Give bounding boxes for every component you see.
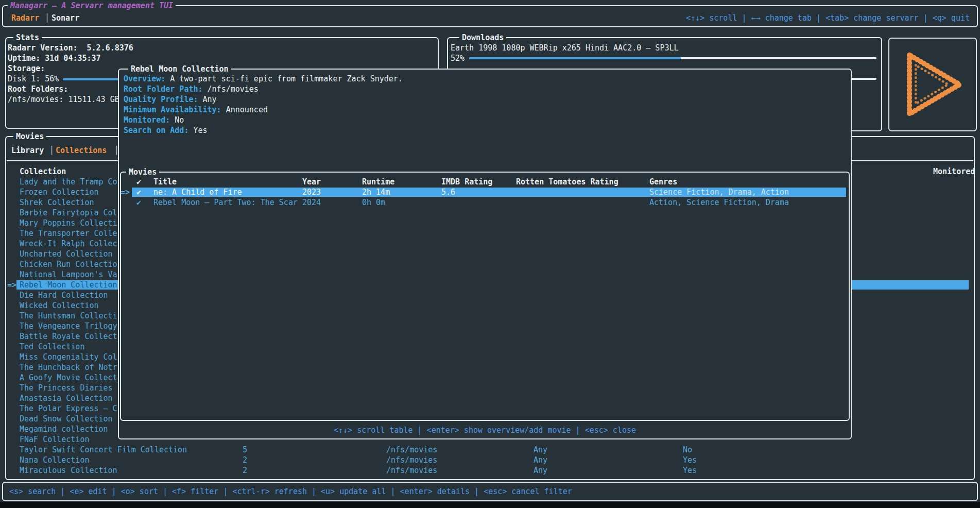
root-folders-label: Root Folders: (8, 84, 68, 94)
stats-panel-title: Stats (13, 32, 42, 43)
root-folder-value: /nfs/movies: 11511.43 GB (8, 95, 119, 104)
collection-name: The Hunchback of Notr (20, 362, 117, 372)
collection-name: Frozen Collection (20, 187, 99, 197)
detail-field: Monitored: No (124, 115, 848, 125)
detail-field: Minimum Availability: Announced (124, 105, 848, 115)
collection-monitored: Yes (683, 455, 697, 465)
movies-panel-title: Movies (13, 131, 46, 142)
collection-row[interactable]: Taylor Swift Concert Film Collection5/nf… (7, 445, 973, 455)
footer-keybind-bar: <s> search | <e> edit | <o> sort | <f> f… (2, 482, 978, 501)
column-header-runtime: Runtime (362, 177, 394, 187)
movie-monitored-check: ✔ (136, 197, 141, 208)
collection-name: Uncharted Collection (20, 249, 113, 259)
detail-field-value: Announced (221, 105, 268, 114)
movie-genres: Action, Science Fiction, Drama (649, 197, 789, 208)
column-header-genres: Genres (649, 177, 677, 187)
footer-keybind-hints: <s> search | <e> edit | <o> sort | <f> f… (3, 483, 977, 497)
detail-field: Root Folder Path: /nfs/movies (124, 84, 848, 94)
collection-monitored: No (683, 445, 692, 455)
detail-field-value: Yes (188, 126, 207, 135)
collection-name: The Vengeance Trilogy (20, 321, 117, 331)
detail-field: Search on Add: Yes (124, 125, 848, 136)
selection-arrow: => (121, 187, 130, 197)
tab-radarr[interactable]: Radarr (11, 13, 39, 23)
collection-name: Battle Royale Collect (20, 331, 117, 342)
tab-separator: │ (49, 145, 54, 156)
column-header-imdb-rating: IMDB Rating (441, 177, 492, 187)
selection-arrow: => (7, 280, 16, 290)
collection-quality-profile: Any (534, 465, 547, 476)
collection-name: A Goofy Movie Collect (20, 372, 117, 383)
detail-field-value: Any (198, 95, 217, 104)
collection-name: Die Hard Collection (20, 290, 108, 300)
collection-name: Shrek Collection (20, 197, 94, 208)
collection-name: Chicken Run Collectio (20, 259, 117, 269)
collection-name: Megamind collection (20, 424, 108, 434)
app-title: Managarr – A Servarr management TUI (8, 1, 176, 11)
collection-name: Lady and the Tramp Co (20, 177, 117, 187)
modal-movies-table-title: Movies (126, 167, 159, 177)
radarr-logo-icon (894, 43, 971, 126)
collection-monitored: Yes (683, 465, 697, 476)
collection-root-folder: /nfs/movies (386, 465, 437, 476)
modal-movies-table-box: Movies ✔ Title Year Runtime IMDB Rating … (120, 172, 850, 421)
collection-movie-count: 2 (243, 465, 247, 476)
download-percent-label: 52% (451, 53, 469, 63)
tab-sonarr[interactable]: Sonarr (51, 13, 79, 23)
collection-details-modal: Rebel Moon Collection Overview: A two-pa… (118, 69, 852, 439)
collection-root-folder: /nfs/movies (386, 445, 437, 455)
radarr-version-value: 5.2.6.8376 (87, 43, 133, 53)
collection-name: Wicked Collection (20, 300, 99, 311)
column-header-check: ✔ (136, 177, 141, 187)
detail-field-label: Minimum Availability: (124, 105, 221, 114)
header-keybind-hints: <↑↓> scroll | ←→ change tab | <tab> chan… (686, 13, 970, 23)
movie-row[interactable]: =>✔ne: A Child of Fire20232h 14m5.6Scien… (122, 187, 848, 197)
download-item-name: Earth 1998 1080p WEBRip x265 Hindi AAC2.… (448, 43, 881, 53)
download-progress-bar (469, 57, 876, 59)
detail-field-value: /nfs/movies (203, 84, 259, 94)
collection-row[interactable]: Miraculous Collection2/nfs/moviesAnyYes (7, 465, 973, 476)
logo-panel (888, 38, 977, 131)
detail-field-value: No (170, 115, 184, 125)
movie-row[interactable]: ✔Rebel Moon – Part Two: The Scar20240h 0… (122, 197, 848, 208)
detail-field-label: Quality Profile: (124, 95, 198, 104)
collection-root-folder: /nfs/movies (386, 455, 437, 465)
collection-name: FNaF Collection (20, 434, 89, 445)
collection-name: Nana Collection (20, 455, 89, 465)
detail-field-value: A two-part sci-fi epic from filmmaker Za… (165, 74, 403, 83)
collection-name: Miraculous Collection (20, 465, 117, 476)
movie-runtime: 0h 0m (362, 197, 385, 208)
movies-table-header: ✔ Title Year Runtime IMDB Rating Rotten … (122, 177, 848, 187)
detail-field-label: Root Folder Path: (124, 84, 203, 94)
column-header-collection: Collection (20, 166, 66, 177)
movie-title: ne: A Child of Fire (153, 187, 242, 197)
movie-year: 2024 (302, 197, 321, 208)
download-item-progress-row: 52% (448, 53, 881, 63)
detail-field-label: Overview: (124, 74, 165, 83)
movie-genres: Science Fiction, Drama, Action (649, 187, 789, 197)
column-header-year: Year (302, 177, 321, 187)
disk-usage-label: Disk 1: 56% (8, 74, 59, 83)
storage-label: Storage: (8, 64, 45, 73)
collection-name: Rebel Moon Collection (20, 280, 117, 290)
radarr-version-label: Radarr Version: (8, 43, 77, 53)
tab-collections[interactable]: Collections (56, 145, 107, 156)
collection-name: The Huntsman Collecti (20, 311, 117, 321)
collection-quality-profile: Any (534, 445, 547, 455)
column-header-rotten-tomatoes: Rotten Tomatoes Rating (516, 177, 618, 187)
tab-separator: │ (45, 13, 49, 23)
detail-field-label: Search on Add: (124, 126, 188, 135)
collection-movie-count: 5 (243, 445, 247, 455)
collection-quality-profile: Any (534, 455, 547, 465)
movie-monitored-check: ✔ (136, 187, 141, 197)
collection-name: Barbie Fairytopia Col (20, 208, 117, 218)
collection-row[interactable]: Nana Collection2/nfs/moviesAnyYes (7, 455, 973, 465)
modal-title: Rebel Moon Collection (128, 64, 231, 74)
movie-title: Rebel Moon – Part Two: The Scar (153, 197, 298, 208)
collection-name: Ted Collection (20, 342, 84, 352)
movie-runtime: 2h 14m (362, 187, 390, 197)
app-header-panel: Managarr – A Servarr management TUI Rada… (2, 5, 978, 27)
column-header-title: Title (153, 177, 177, 187)
collection-movie-count: 2 (243, 455, 247, 465)
tab-library[interactable]: Library (11, 145, 44, 156)
